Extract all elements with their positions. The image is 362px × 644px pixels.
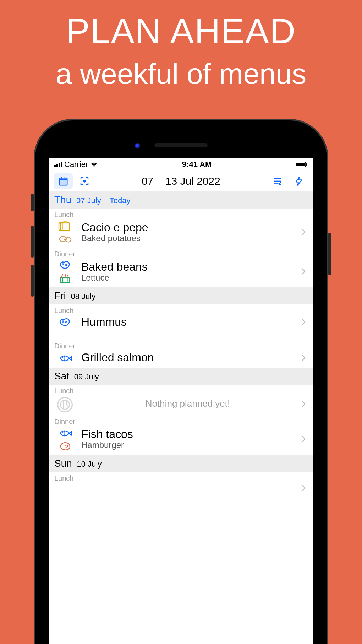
svg-point-12 xyxy=(83,180,86,183)
fish-icon xyxy=(58,352,72,364)
meal-row-dinner[interactable]: Dinner Baked beans Lettuce xyxy=(49,248,313,287)
svg-rect-5 xyxy=(296,163,305,166)
promo-subline: a weekful of menus xyxy=(0,57,362,91)
chevron-right-icon xyxy=(300,353,308,363)
chevron-right-icon xyxy=(300,434,308,444)
meal-label: Dinner xyxy=(54,418,308,426)
phone-side-button xyxy=(328,233,331,275)
signal-icon xyxy=(54,162,62,167)
day-header-sat[interactable]: Sat 09 July xyxy=(49,368,313,385)
week-range-title: 07 – 13 Jul 2022 xyxy=(96,175,266,187)
phone-side-button xyxy=(31,265,34,297)
day-date: 07 July – Today xyxy=(76,196,130,205)
beans-icon xyxy=(58,316,72,328)
svg-rect-11 xyxy=(59,178,67,185)
quick-action-button[interactable] xyxy=(289,173,308,189)
meal-label: Dinner xyxy=(54,250,308,258)
day-header-fri[interactable]: Fri 08 July xyxy=(49,287,313,304)
battery-icon xyxy=(296,162,308,167)
day-date: 08 July xyxy=(71,292,95,301)
chevron-right-icon xyxy=(300,399,308,409)
day-date: 09 July xyxy=(74,372,99,381)
meal-row-lunch[interactable]: Lunch Cacio e pepe Baked potatoes xyxy=(49,209,313,248)
wifi-icon xyxy=(90,162,98,167)
carrier-label: Carrier xyxy=(64,160,88,169)
phone-camera xyxy=(135,143,141,149)
status-time: 9:41 AM xyxy=(98,160,296,169)
day-weekday: Sun xyxy=(54,458,72,469)
meal-side: Baked potatoes xyxy=(81,233,294,243)
day-weekday: Thu xyxy=(54,194,71,205)
empty-meal-text: Nothing planned yet! xyxy=(81,398,294,409)
meal-main: Hummus xyxy=(81,315,294,329)
promo-banner: PLAN AHEAD a weekful of menus xyxy=(0,0,362,91)
meal-label: Dinner xyxy=(54,342,308,350)
day-weekday: Fri xyxy=(54,290,66,301)
phone-side-button xyxy=(31,194,34,211)
svg-rect-6 xyxy=(306,163,307,166)
meal-row-lunch[interactable]: Lunch xyxy=(49,472,313,497)
focus-today-button[interactable] xyxy=(75,173,94,189)
phone-speaker xyxy=(154,143,208,147)
day-header-thu[interactable]: Thu 07 July – Today xyxy=(49,191,313,209)
day-date: 10 July xyxy=(77,460,102,469)
meal-label: Lunch xyxy=(54,211,308,219)
promo-headline: PLAN AHEAD xyxy=(0,11,362,52)
svg-rect-1 xyxy=(56,164,58,167)
chevron-right-icon xyxy=(300,483,308,493)
chevron-right-icon xyxy=(300,266,308,276)
phone-frame: Carrier 9:41 AM xyxy=(34,119,328,644)
meal-row-dinner[interactable]: Dinner Grilled salmon xyxy=(49,340,313,368)
chevron-right-icon xyxy=(300,317,308,327)
day-weekday: Sat xyxy=(54,370,69,381)
veggies-icon xyxy=(58,272,72,284)
app-screen: Carrier 9:41 AM xyxy=(49,158,313,644)
fish-icon xyxy=(58,427,72,439)
potato-icon xyxy=(58,232,72,244)
day-header-sun[interactable]: Sun 10 July xyxy=(49,455,313,472)
meal-label: Lunch xyxy=(54,307,308,315)
app-toolbar: 07 – 13 Jul 2022 xyxy=(49,171,313,191)
svg-rect-2 xyxy=(59,163,60,167)
plate-empty-icon xyxy=(55,396,75,412)
chevron-right-icon xyxy=(300,227,308,237)
phone-side-button xyxy=(31,226,34,258)
meal-side: Hamburger xyxy=(81,440,294,450)
meal-row-lunch[interactable]: Lunch Hummus xyxy=(49,304,313,332)
bread-icon xyxy=(58,220,72,232)
svg-rect-0 xyxy=(54,165,56,167)
status-bar: Carrier 9:41 AM xyxy=(49,158,313,171)
shopping-list-button[interactable] xyxy=(268,173,287,189)
meal-main: Fish tacos xyxy=(81,428,294,441)
beans-icon xyxy=(58,259,72,271)
meal-side: Lettuce xyxy=(81,273,294,283)
meal-row-lunch[interactable]: Lunch Nothing planned yet! xyxy=(49,385,313,416)
meat-icon xyxy=(58,439,72,451)
meal-main: Cacio e pepe xyxy=(81,221,294,234)
meal-label: Lunch xyxy=(54,474,308,482)
meal-main: Grilled salmon xyxy=(81,351,294,364)
week-list[interactable]: Thu 07 July – Today Lunch Cacio e pepe B… xyxy=(49,191,313,644)
meal-main: Baked beans xyxy=(81,260,294,274)
svg-rect-3 xyxy=(61,162,62,167)
meal-label: Lunch xyxy=(54,387,308,395)
meal-row-dinner[interactable]: Dinner Fish tacos Hamburger xyxy=(49,416,313,455)
calendar-tab-button[interactable] xyxy=(54,173,73,189)
